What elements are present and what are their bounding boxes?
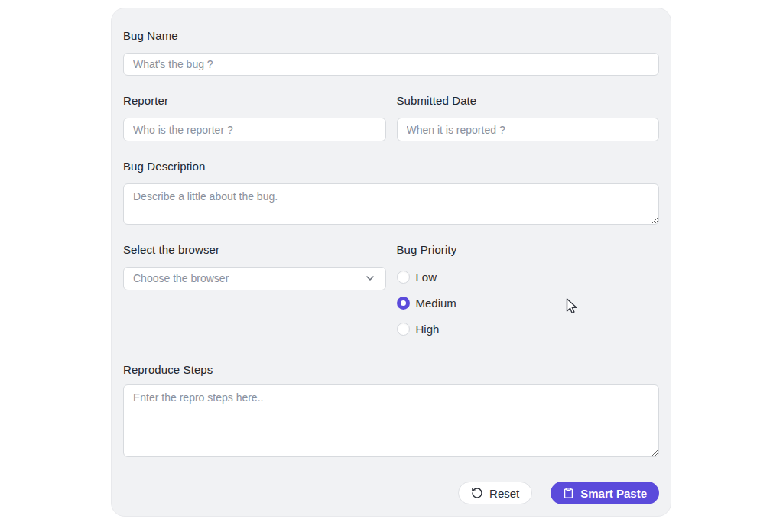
priority-option-medium[interactable]: Medium: [397, 297, 660, 310]
bug-description-textarea[interactable]: [123, 183, 659, 224]
reset-button[interactable]: Reset: [458, 482, 532, 504]
priority-option-high[interactable]: High: [397, 323, 660, 336]
radio-label: High: [416, 323, 440, 336]
form-actions: Reset Smart Paste: [123, 482, 659, 504]
radio-label: Low: [416, 271, 437, 284]
reporter-input[interactable]: [123, 118, 386, 141]
submitted-date-input[interactable]: [397, 118, 660, 141]
browser-priority-row: Select the browser Choose the browser Bu…: [123, 243, 659, 336]
priority-label: Bug Priority: [397, 243, 660, 257]
reset-button-label: Reset: [489, 487, 519, 500]
browser-select[interactable]: Choose the browser: [123, 267, 386, 290]
submitted-date-label: Submitted Date: [397, 94, 660, 108]
radio-icon: [397, 271, 410, 284]
reporter-label: Reporter: [123, 94, 386, 108]
priority-radio-group: Low Medium High: [397, 271, 660, 336]
chevron-down-icon: [364, 272, 376, 284]
browser-field: Select the browser Choose the browser: [123, 243, 386, 336]
radio-icon: [397, 297, 410, 310]
reporter-date-row: Reporter Submitted Date: [123, 94, 659, 141]
smart-paste-button[interactable]: Smart Paste: [551, 482, 659, 504]
repro-steps-textarea[interactable]: [123, 384, 659, 457]
rotate-ccw-icon: [471, 487, 483, 499]
bug-description-label: Bug Description: [123, 160, 659, 174]
browser-select-value: Choose the browser: [133, 272, 229, 284]
radio-icon: [397, 323, 410, 336]
bug-name-label: Bug Name: [123, 29, 659, 43]
repro-steps-label: Reproduce Steps: [123, 363, 659, 377]
clipboard-icon: [563, 487, 574, 499]
browser-label: Select the browser: [123, 243, 386, 257]
priority-field: Bug Priority Low Medium High: [397, 243, 660, 336]
reporter-field: Reporter: [123, 94, 386, 141]
bug-report-form: Bug Name Reporter Submitted Date Bug Des…: [111, 8, 671, 517]
bug-name-input[interactable]: [123, 53, 659, 76]
priority-option-low[interactable]: Low: [397, 271, 660, 284]
smart-paste-button-label: Smart Paste: [580, 487, 647, 500]
radio-label: Medium: [416, 297, 456, 310]
submitted-date-field: Submitted Date: [397, 94, 660, 141]
